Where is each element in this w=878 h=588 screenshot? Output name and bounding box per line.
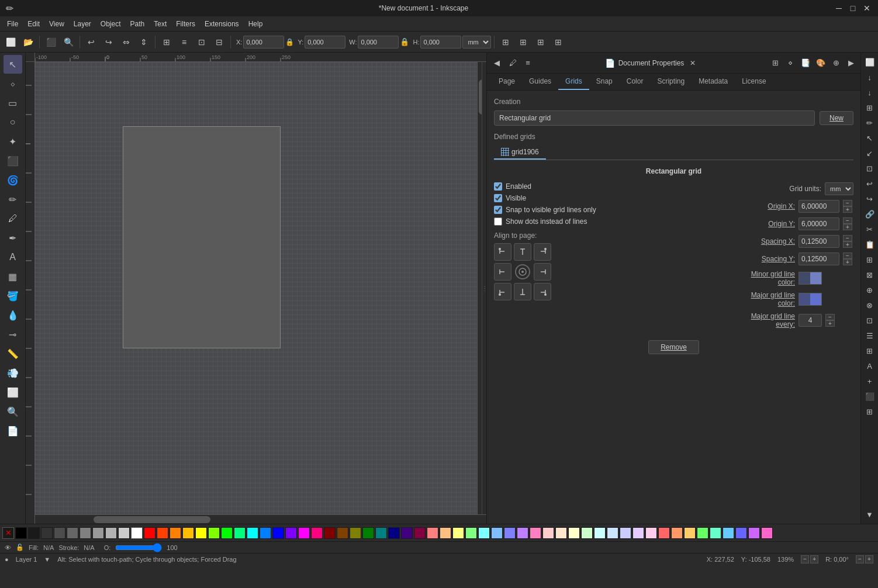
expand-strip-btn[interactable]: ▼ xyxy=(863,507,877,521)
palette-swatch-blue2[interactable] xyxy=(272,527,284,539)
palette-swatch-medblue[interactable] xyxy=(723,527,734,539)
spacing-x-input[interactable] xyxy=(799,235,839,248)
strip-btn-1[interactable]: ⬜ xyxy=(863,55,877,69)
select-transform-btn[interactable]: ⬛ xyxy=(43,34,59,50)
palette-swatch-dark1[interactable] xyxy=(28,527,40,539)
palette-swatch-gray5[interactable] xyxy=(118,527,130,539)
more-btn-2[interactable]: ⊞ xyxy=(515,34,531,50)
spray-tool[interactable]: 💨 xyxy=(4,364,22,382)
group-btn[interactable]: ⊡ xyxy=(193,34,210,50)
tab-guides[interactable]: Guides xyxy=(522,74,558,90)
redo-btn[interactable]: ↪ xyxy=(101,34,117,50)
spacing-y-minus[interactable]: − xyxy=(843,253,852,259)
major-every-minus[interactable]: − xyxy=(825,314,835,320)
palette-swatch-medcyan[interactable] xyxy=(710,527,721,539)
w-input[interactable] xyxy=(358,36,399,49)
opacity-slider[interactable] xyxy=(115,544,162,552)
strip-btn-14[interactable]: ⊞ xyxy=(863,253,877,267)
palette-swatch-gray2[interactable] xyxy=(79,527,91,539)
maximize-button[interactable]: □ xyxy=(848,3,858,13)
palette-swatch-cyan[interactable] xyxy=(247,527,258,539)
align-top-left[interactable] xyxy=(494,243,511,261)
palette-swatch-red[interactable] xyxy=(144,527,155,539)
fill-stroke-icon[interactable]: 🖊 xyxy=(506,56,520,70)
spiral-tool[interactable]: 🌀 xyxy=(4,171,22,189)
more-btn-4[interactable]: ⊞ xyxy=(550,34,566,50)
palette-swatch-magenta[interactable] xyxy=(298,527,310,539)
palette-swatch-ltblue2[interactable] xyxy=(607,527,618,539)
tab-snap[interactable]: Snap xyxy=(589,74,620,90)
panel-close-btn[interactable]: ✕ xyxy=(687,58,698,68)
tab-metadata[interactable]: Metadata xyxy=(692,74,735,90)
more-panels-icon[interactable]: ▶ xyxy=(844,56,858,70)
palette-swatch-gray3[interactable] xyxy=(92,527,104,539)
new-grid-button[interactable]: New xyxy=(820,111,853,125)
menu-filters[interactable]: Filters xyxy=(171,19,200,29)
gradient-tool[interactable]: ▦ xyxy=(4,267,22,286)
palette-swatch-ltpink1[interactable] xyxy=(427,527,438,539)
more-btn-3[interactable]: ⊞ xyxy=(533,34,549,50)
tab-grids[interactable]: Grids xyxy=(558,74,589,90)
origin-x-minus[interactable]: − xyxy=(843,200,852,206)
scrollbar-horizontal[interactable] xyxy=(35,514,486,524)
pages-tool[interactable]: 📄 xyxy=(4,421,22,440)
palette-swatch-ltcyan1[interactable] xyxy=(478,527,490,539)
palette-swatch-dark2[interactable] xyxy=(41,527,53,539)
strip-btn-11[interactable]: 🔗 xyxy=(863,207,877,221)
connector-tool[interactable]: ⊸ xyxy=(4,325,22,344)
h-input[interactable] xyxy=(420,36,461,49)
palette-swatch-ltpink3[interactable] xyxy=(542,527,554,539)
palette-swatch-green2[interactable] xyxy=(221,527,233,539)
object-properties-icon[interactable]: ⊞ xyxy=(768,56,782,70)
zoom-plus-btn[interactable]: + xyxy=(810,555,818,563)
palette-swatch-black[interactable] xyxy=(15,527,27,539)
major-every-plus[interactable]: + xyxy=(825,320,835,327)
palette-swatch-yellow1[interactable] xyxy=(182,527,194,539)
strip-btn-13[interactable]: 📋 xyxy=(863,237,877,251)
layers-icon[interactable]: 📑 xyxy=(799,56,813,70)
dropper-tool[interactable]: 💧 xyxy=(4,306,22,324)
menu-extensions[interactable]: Extensions xyxy=(200,19,244,29)
menu-path[interactable]: Path xyxy=(126,19,150,29)
palette-swatch-orange2[interactable] xyxy=(170,527,181,539)
palette-swatch-medorng[interactable] xyxy=(671,527,683,539)
tab-scripting[interactable]: Scripting xyxy=(650,74,692,90)
menu-file[interactable]: File xyxy=(2,19,23,29)
strip-btn-5[interactable]: ✏ xyxy=(863,116,877,130)
align-btn[interactable]: ≡ xyxy=(176,34,192,50)
star-tool[interactable]: ✦ xyxy=(4,132,22,151)
view-zoom-btn[interactable]: 🔍 xyxy=(60,34,77,50)
pencil-tool[interactable]: ✏ xyxy=(4,190,22,209)
panel-splitter[interactable]: ⋮ xyxy=(482,62,486,514)
open-btn[interactable]: 📂 xyxy=(20,34,36,50)
palette-swatch-olive[interactable] xyxy=(350,527,361,539)
palette-swatch-pink1[interactable] xyxy=(311,527,323,539)
dots-checkbox[interactable] xyxy=(494,217,502,226)
pen-tool[interactable]: 🖊 xyxy=(4,209,22,228)
spacing-x-minus[interactable]: − xyxy=(843,235,852,241)
strip-btn-9[interactable]: ↩ xyxy=(863,177,877,191)
origin-y-input[interactable] xyxy=(799,217,839,230)
enabled-checkbox[interactable] xyxy=(494,182,502,191)
text-tool[interactable]: A xyxy=(4,248,22,267)
palette-swatch-ltyellow1[interactable] xyxy=(452,527,464,539)
grid-units-select[interactable]: mm px cm xyxy=(825,182,853,195)
menu-layer[interactable]: Layer xyxy=(69,19,96,29)
align-center-right[interactable] xyxy=(534,263,551,281)
align-bottom-right[interactable] xyxy=(534,283,551,300)
symbols-icon[interactable]: ⊕ xyxy=(829,56,843,70)
strip-btn-24[interactable]: ⊞ xyxy=(863,404,877,418)
palette-swatch-darkred[interactable] xyxy=(324,527,336,539)
palette-swatch-gray4[interactable] xyxy=(105,527,117,539)
palette-swatch-ltpurple2[interactable] xyxy=(620,527,631,539)
strip-btn-18[interactable]: ⊡ xyxy=(863,313,877,327)
eraser-tool[interactable]: ⬜ xyxy=(4,383,22,402)
palette-swatch-yellow2[interactable] xyxy=(195,527,207,539)
palette-swatch-ltorng2[interactable] xyxy=(555,527,567,539)
y-input[interactable] xyxy=(305,36,345,49)
calligraphy-tool[interactable]: ✒ xyxy=(4,229,22,247)
origin-x-plus[interactable]: + xyxy=(843,206,852,213)
palette-swatch-medgreen[interactable] xyxy=(697,527,708,539)
undo-btn[interactable]: ↩ xyxy=(83,34,99,50)
strip-btn-3[interactable]: ↓ xyxy=(863,85,877,99)
